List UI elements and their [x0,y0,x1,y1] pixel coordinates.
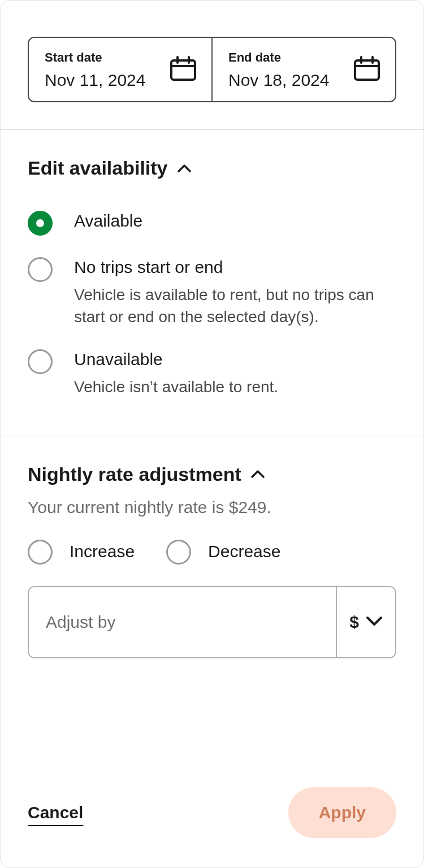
adjust-by-input[interactable] [29,587,336,657]
radio-indicator [28,211,53,236]
radio-label: Increase [70,540,135,562]
calendar-icon [170,56,197,84]
adjust-unit-select[interactable]: $ [336,587,395,657]
radio-label: Unavailable [74,348,396,370]
rate-direction-increase[interactable]: Increase [28,539,135,565]
radio-description: Vehicle isn’t available to rent. [74,376,396,398]
cancel-button[interactable]: Cancel [28,803,83,822]
calendar-icon [353,56,380,84]
current-rate-note: Your current nightly rate is $249. [28,498,396,517]
date-range: Start date Nov 11, 2024 End date Nov 18,… [28,37,396,102]
start-date-picker[interactable]: Start date Nov 11, 2024 [29,38,211,101]
radio-label: Decrease [208,540,280,562]
availability-option-available[interactable]: Available [28,199,396,246]
svg-rect-4 [355,60,379,80]
edit-availability-title: Edit availability [28,157,168,179]
nightly-rate-title: Nightly rate adjustment [28,463,241,485]
nightly-rate-toggle[interactable]: Nightly rate adjustment [28,463,396,485]
availability-option-unavailable[interactable]: Unavailable Vehicle isn’t available to r… [28,338,396,408]
chevron-up-icon [250,470,265,479]
radio-indicator [28,257,53,282]
adjust-unit-label: $ [349,613,359,632]
radio-label: Available [74,210,396,232]
svg-rect-0 [171,60,195,80]
rate-direction-decrease[interactable]: Decrease [166,539,280,565]
radio-description: Vehicle is available to rent, but no tri… [74,284,396,328]
availability-option-no-trips[interactable]: No trips start or end Vehicle is availab… [28,246,396,338]
apply-button[interactable]: Apply [288,787,396,838]
radio-indicator [166,540,191,565]
end-date-value: Nov 18, 2024 [228,71,329,90]
chevron-down-icon [366,616,383,628]
radio-label: No trips start or end [74,256,396,278]
radio-indicator [28,349,53,374]
end-date-picker[interactable]: End date Nov 18, 2024 [211,38,395,101]
start-date-label: Start date [45,50,145,65]
end-date-label: End date [228,50,329,65]
chevron-up-icon [177,164,192,173]
edit-availability-toggle[interactable]: Edit availability [28,157,396,179]
radio-indicator [28,540,53,565]
start-date-value: Nov 11, 2024 [45,71,145,90]
